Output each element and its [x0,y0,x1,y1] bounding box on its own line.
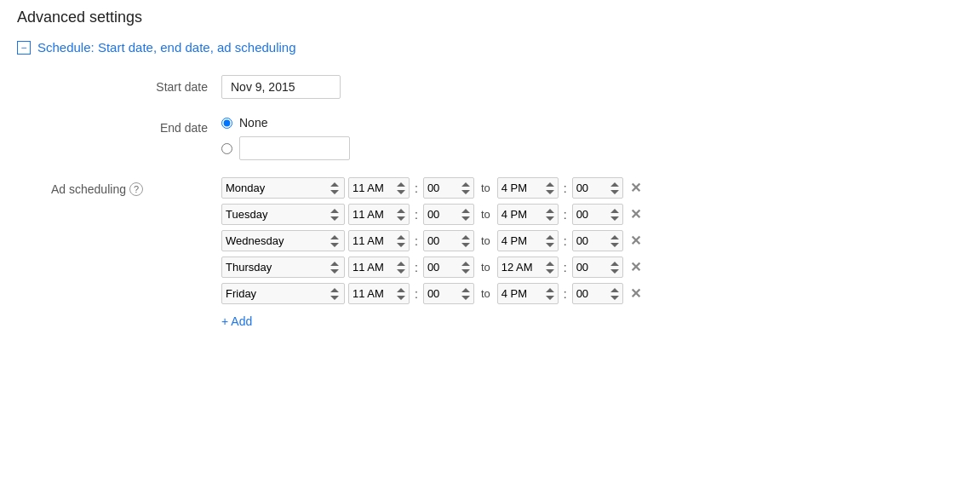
scheduling-row: MondayTuesdayWednesdayThursdayFridaySatu… [221,177,963,199]
end-date-none-radio[interactable] [221,118,232,129]
colon-separator-2: : [562,182,569,195]
end-date-none-label: None [239,116,267,130]
start-min-select[interactable]: 00153045 [423,230,474,251]
colon-separator: : [413,261,420,274]
scheduling-row: MondayTuesdayWednesdayThursdayFridaySatu… [221,257,963,278]
end-time-select[interactable]: 12 AM1 AM2 AM3 AM4 AM5 AM6 AM7 AM8 AM9 A… [497,230,559,251]
start-time-select[interactable]: 12 AM1 AM2 AM3 AM4 AM5 AM6 AM7 AM8 AM9 A… [348,177,410,199]
scheduling-row: MondayTuesdayWednesdayThursdayFridaySatu… [221,230,963,251]
end-time-select[interactable]: 12 AM1 AM2 AM3 AM4 AM5 AM6 AM7 AM8 AM9 A… [497,204,559,225]
ad-scheduling-control: MondayTuesdayWednesdayThursdayFridaySatu… [221,177,963,328]
remove-schedule-button[interactable]: ✕ [627,233,645,249]
ad-scheduling-label: Ad scheduling ? [51,177,221,196]
start-date-control [221,75,963,99]
start-time-select[interactable]: 12 AM1 AM2 AM3 AM4 AM5 AM6 AM7 AM8 AM9 A… [348,283,410,304]
scheduling-container: MondayTuesdayWednesdayThursdayFridaySatu… [221,177,963,309]
day-select[interactable]: MondayTuesdayWednesdayThursdayFridaySatu… [221,177,345,199]
page-title: Advanced settings [17,9,963,26]
start-min-select[interactable]: 00153045 [423,283,474,304]
start-time-select[interactable]: 12 AM1 AM2 AM3 AM4 AM5 AM6 AM7 AM8 AM9 A… [348,257,410,278]
day-select[interactable]: MondayTuesdayWednesdayThursdayFridaySatu… [221,230,345,251]
end-date-options: None [221,116,963,160]
colon-separator-2: : [562,287,569,301]
colon-separator: : [413,234,420,248]
remove-schedule-button[interactable]: ✕ [627,259,645,275]
end-min-select[interactable]: 00153045 [572,204,623,225]
start-min-select[interactable]: 00153045 [423,177,474,199]
ad-scheduling-label-text: Ad scheduling [51,182,126,196]
end-min-select[interactable]: 00153045 [572,230,623,251]
remove-schedule-button[interactable]: ✕ [627,206,645,222]
colon-separator: : [413,182,420,195]
to-label: to [478,208,494,221]
end-date-input[interactable] [239,136,350,160]
end-time-select[interactable]: 12 AM1 AM2 AM3 AM4 AM5 AM6 AM7 AM8 AM9 A… [497,177,559,199]
start-min-select[interactable]: 00153045 [423,257,474,278]
end-date-label: End date [51,116,221,135]
end-date-custom-row [221,136,963,160]
start-min-select[interactable]: 00153045 [423,204,474,225]
colon-separator-2: : [562,208,569,222]
remove-schedule-button[interactable]: ✕ [627,285,645,302]
day-select[interactable]: MondayTuesdayWednesdayThursdayFridaySatu… [221,204,345,225]
end-date-custom-radio[interactable] [221,143,232,154]
to-label: to [478,234,494,247]
start-date-label: Start date [51,75,221,94]
to-label: to [478,182,494,194]
to-label: to [478,261,494,274]
ad-scheduling-row: Ad scheduling ? MondayTuesdayWednesdayTh… [17,177,963,328]
end-min-select[interactable]: 00153045 [572,283,623,304]
end-time-select[interactable]: 12 AM1 AM2 AM3 AM4 AM5 AM6 AM7 AM8 AM9 A… [497,283,559,304]
day-select[interactable]: MondayTuesdayWednesdayThursdayFridaySatu… [221,257,345,278]
end-date-none-row: None [221,116,963,130]
ad-scheduling-help-icon[interactable]: ? [129,182,143,196]
colon-separator-2: : [562,234,569,248]
collapse-icon[interactable]: − [17,41,31,55]
end-min-select[interactable]: 00153045 [572,177,623,199]
colon-separator-2: : [562,261,569,274]
section-title[interactable]: Schedule: Start date, end date, ad sched… [37,40,296,55]
end-time-select[interactable]: 12 AM1 AM2 AM3 AM4 AM5 AM6 AM7 AM8 AM9 A… [497,257,559,278]
scheduling-row: MondayTuesdayWednesdayThursdayFridaySatu… [221,204,963,225]
add-schedule-link[interactable]: + Add [221,314,252,328]
start-date-input[interactable] [221,75,341,99]
end-date-control: None [221,116,963,160]
start-time-select[interactable]: 12 AM1 AM2 AM3 AM4 AM5 AM6 AM7 AM8 AM9 A… [348,204,410,225]
colon-separator: : [413,287,420,301]
end-min-select[interactable]: 00153045 [572,257,623,278]
start-date-row: Start date [17,75,963,99]
section-header: − Schedule: Start date, end date, ad sch… [17,40,963,55]
colon-separator: : [413,208,420,222]
end-date-row: End date None [17,116,963,160]
to-label: to [478,287,494,300]
day-select[interactable]: MondayTuesdayWednesdayThursdayFridaySatu… [221,283,345,304]
start-time-select[interactable]: 12 AM1 AM2 AM3 AM4 AM5 AM6 AM7 AM8 AM9 A… [348,230,410,251]
scheduling-row: MondayTuesdayWednesdayThursdayFridaySatu… [221,283,963,304]
remove-schedule-button[interactable]: ✕ [627,180,645,196]
